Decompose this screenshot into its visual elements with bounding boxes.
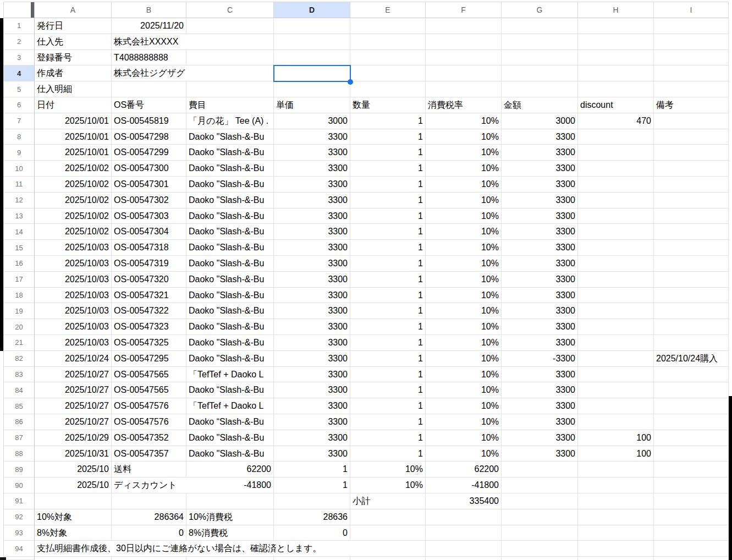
cell-B10[interactable]: OS-00547300 bbox=[112, 161, 186, 177]
scrollbar-thumb[interactable] bbox=[729, 396, 732, 560]
cell-B6[interactable]: OS番号 bbox=[112, 97, 186, 113]
cell-B17[interactable]: OS-00547320 bbox=[112, 272, 186, 288]
cell-G17[interactable]: 3300 bbox=[502, 272, 578, 288]
cell-C2[interactable] bbox=[186, 34, 274, 50]
row-header-20[interactable]: 20 bbox=[3, 319, 35, 335]
cell-C17[interactable]: Daoko "Slash-&-Bu bbox=[186, 272, 274, 288]
cell-E91[interactable]: 小計 bbox=[350, 493, 426, 509]
cell-F91[interactable]: 335400 bbox=[426, 493, 502, 509]
cell-F85[interactable]: 10% bbox=[426, 398, 502, 414]
cell-A5[interactable]: 仕入明細 bbox=[35, 81, 112, 97]
cell-A92[interactable]: 10%対象 bbox=[35, 509, 112, 525]
cell-G89[interactable] bbox=[502, 462, 578, 477]
cell-I10[interactable] bbox=[654, 161, 729, 177]
cell-I93[interactable] bbox=[654, 525, 729, 541]
row-header-9[interactable]: 9 bbox=[3, 145, 35, 161]
cell-B18[interactable]: OS-00547321 bbox=[112, 288, 186, 304]
cell-F5[interactable] bbox=[426, 81, 502, 97]
cell-I90[interactable] bbox=[654, 477, 729, 493]
row-header-7[interactable]: 7 bbox=[3, 113, 35, 129]
cell-I21[interactable] bbox=[654, 335, 729, 351]
cell-C11[interactable]: Daoko "Slash-&-Bu bbox=[186, 177, 274, 193]
cell-F2[interactable] bbox=[426, 34, 502, 50]
cell-A91[interactable] bbox=[35, 493, 112, 509]
cell-I87[interactable] bbox=[654, 430, 729, 446]
cell-A10[interactable]: 2025/10/02 bbox=[35, 161, 112, 177]
cell-D16[interactable]: 3300 bbox=[274, 256, 350, 272]
cell-G11[interactable]: 3300 bbox=[502, 177, 578, 193]
cell-C19[interactable]: Daoko "Slash-&-Bu bbox=[186, 303, 274, 319]
cell-E84[interactable]: 1 bbox=[350, 382, 426, 398]
cell-I2[interactable] bbox=[654, 34, 729, 50]
row-header-16[interactable]: 16 bbox=[3, 256, 35, 272]
row-header-12[interactable]: 12 bbox=[3, 193, 35, 208]
cell-G86[interactable]: 3300 bbox=[502, 414, 578, 430]
cell-F83[interactable]: 10% bbox=[426, 367, 502, 383]
cell-D13[interactable]: 3300 bbox=[274, 208, 350, 224]
cell-C18[interactable]: Daoko "Slash-&-Bu bbox=[186, 288, 274, 304]
cell-B14[interactable]: OS-00547304 bbox=[112, 224, 186, 240]
row-header-93[interactable]: 93 bbox=[3, 525, 35, 541]
row-header-13[interactable]: 13 bbox=[3, 208, 35, 224]
cell-H18[interactable] bbox=[578, 288, 654, 304]
row-header-15[interactable]: 15 bbox=[3, 240, 35, 256]
cell-G93[interactable] bbox=[502, 525, 578, 541]
cell-B20[interactable]: OS-00547323 bbox=[112, 319, 186, 335]
cell-G83[interactable]: 3300 bbox=[502, 367, 578, 383]
fill-handle[interactable] bbox=[348, 79, 353, 85]
cell-C15[interactable]: Daoko "Slash-&-Bu bbox=[186, 240, 274, 256]
cell-H11[interactable] bbox=[578, 177, 654, 193]
cell-E11[interactable]: 1 bbox=[350, 177, 426, 193]
cell-I88[interactable] bbox=[654, 446, 729, 462]
cell-I92[interactable] bbox=[654, 509, 729, 525]
cell-E20[interactable]: 1 bbox=[350, 319, 426, 335]
cell-B82[interactable]: OS-00547295 bbox=[112, 351, 186, 367]
cell-B3[interactable]: T4088888888 bbox=[112, 50, 186, 66]
cell-F17[interactable]: 10% bbox=[426, 272, 502, 288]
cell-H4[interactable] bbox=[578, 65, 654, 81]
cell-I9[interactable] bbox=[654, 145, 729, 161]
cell-D9[interactable]: 3300 bbox=[274, 145, 350, 161]
cell-B86[interactable]: OS-00547576 bbox=[112, 414, 186, 430]
cell-E5[interactable] bbox=[350, 81, 426, 97]
cell-C92[interactable]: 10%消費税 bbox=[186, 509, 274, 525]
cell-F88[interactable]: 10% bbox=[426, 446, 502, 462]
row-header-87[interactable]: 87 bbox=[3, 430, 35, 446]
cell-B92[interactable]: 286364 bbox=[112, 509, 186, 525]
cell-F94[interactable] bbox=[426, 541, 502, 557]
cell-H87[interactable]: 100 bbox=[578, 430, 654, 446]
cell-B5[interactable] bbox=[112, 81, 186, 97]
cell-G91[interactable] bbox=[502, 493, 578, 509]
cell-I6[interactable]: 備考 bbox=[654, 97, 729, 113]
cell-A12[interactable]: 2025/10/02 bbox=[35, 193, 112, 208]
row-header-91[interactable]: 91 bbox=[3, 493, 35, 509]
cell-C91[interactable] bbox=[186, 493, 274, 509]
cell-A84[interactable]: 2025/10/27 bbox=[35, 382, 112, 398]
cell-H92[interactable] bbox=[578, 509, 654, 525]
cell-D4[interactable] bbox=[274, 65, 350, 81]
cell-B85[interactable]: OS-00547576 bbox=[112, 398, 186, 414]
column-header-H[interactable]: H bbox=[578, 2, 654, 18]
cell-I18[interactable] bbox=[654, 288, 729, 304]
cell-D7[interactable]: 3000 bbox=[274, 113, 350, 129]
column-header-A[interactable]: A bbox=[35, 2, 112, 18]
cell-C89[interactable]: 62200 bbox=[186, 462, 274, 477]
row-header-10[interactable]: 10 bbox=[3, 161, 35, 177]
cell-H8[interactable] bbox=[578, 129, 654, 145]
cell-B4[interactable]: 株式会社ジグザグ bbox=[112, 65, 186, 81]
cell-B21[interactable]: OS-00547325 bbox=[112, 335, 186, 351]
cell-H82[interactable] bbox=[578, 351, 654, 367]
cell-F20[interactable]: 10% bbox=[426, 319, 502, 335]
cell-D89[interactable]: 1 bbox=[274, 462, 350, 477]
row-header-89[interactable]: 89 bbox=[3, 462, 35, 477]
cell-A82[interactable]: 2025/10/24 bbox=[35, 351, 112, 367]
row-header-2[interactable]: 2 bbox=[3, 34, 35, 50]
cell-H2[interactable] bbox=[578, 34, 654, 50]
cell-C88[interactable]: Daoko "Slash-&-Bu bbox=[186, 446, 274, 462]
cell-B8[interactable]: OS-00547298 bbox=[112, 129, 186, 145]
cell-C3[interactable] bbox=[186, 50, 274, 66]
cell-I5[interactable] bbox=[654, 81, 729, 97]
cell-A90[interactable]: 2025/10 bbox=[35, 477, 112, 493]
cell-I16[interactable] bbox=[654, 256, 729, 272]
cell-E14[interactable]: 1 bbox=[350, 224, 426, 240]
